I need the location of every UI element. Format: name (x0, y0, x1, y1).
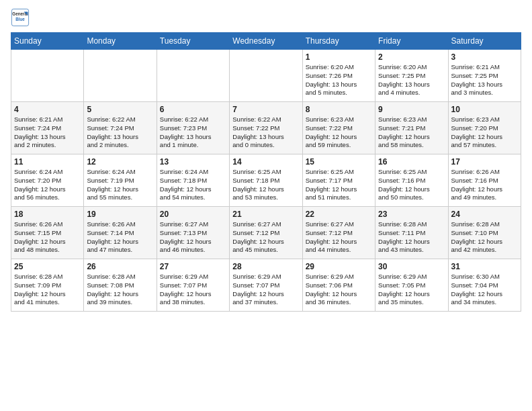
day-info: Sunrise: 6:23 AM Sunset: 7:21 PM Dayligh… (378, 116, 445, 150)
day-info: Sunrise: 6:28 AM Sunset: 7:09 PM Dayligh… (14, 273, 81, 307)
day-number: 10 (451, 105, 518, 114)
calendar-cell: 13Sunrise: 6:24 AM Sunset: 7:18 PM Dayli… (157, 154, 229, 207)
day-number: 29 (306, 262, 372, 271)
calendar-cell: 3Sunrise: 6:21 AM Sunset: 7:25 PM Daylig… (448, 50, 521, 102)
day-number: 2 (378, 52, 445, 62)
calendar-cell: 15Sunrise: 6:25 AM Sunset: 7:17 PM Dayli… (302, 154, 375, 207)
calendar-cell: 16Sunrise: 6:25 AM Sunset: 7:16 PM Dayli… (375, 154, 448, 207)
day-info: Sunrise: 6:27 AM Sunset: 7:13 PM Dayligh… (160, 220, 226, 255)
day-info: Sunrise: 6:21 AM Sunset: 7:24 PM Dayligh… (14, 116, 81, 150)
day-number: 28 (232, 262, 299, 271)
day-number: 16 (378, 157, 445, 167)
day-info: Sunrise: 6:25 AM Sunset: 7:18 PM Dayligh… (232, 168, 299, 202)
day-number: 8 (306, 105, 372, 114)
day-info: Sunrise: 6:30 AM Sunset: 7:04 PM Dayligh… (451, 273, 518, 307)
calendar-cell: 20Sunrise: 6:27 AM Sunset: 7:13 PM Dayli… (157, 207, 229, 259)
logo-icon: General Blue (11, 8, 30, 27)
day-number: 11 (14, 157, 81, 167)
day-number: 9 (378, 105, 445, 114)
calendar-week-4: 18Sunrise: 6:26 AM Sunset: 7:15 PM Dayli… (11, 207, 521, 259)
day-info: Sunrise: 6:20 AM Sunset: 7:26 PM Dayligh… (306, 63, 372, 97)
day-info: Sunrise: 6:23 AM Sunset: 7:20 PM Dayligh… (451, 116, 518, 150)
calendar-cell: 2Sunrise: 6:20 AM Sunset: 7:25 PM Daylig… (375, 50, 448, 102)
day-number: 15 (306, 157, 372, 167)
day-info: Sunrise: 6:26 AM Sunset: 7:16 PM Dayligh… (451, 168, 518, 202)
day-info: Sunrise: 6:27 AM Sunset: 7:12 PM Dayligh… (232, 220, 299, 255)
col-header-sunday: Sunday (11, 33, 84, 50)
calendar-week-2: 4Sunrise: 6:21 AM Sunset: 7:24 PM Daylig… (11, 102, 521, 154)
day-info: Sunrise: 6:29 AM Sunset: 7:06 PM Dayligh… (306, 273, 372, 307)
logo: General Blue (11, 8, 30, 27)
day-number: 27 (160, 262, 226, 271)
calendar-cell: 27Sunrise: 6:29 AM Sunset: 7:07 PM Dayli… (157, 259, 229, 312)
day-info: Sunrise: 6:25 AM Sunset: 7:17 PM Dayligh… (306, 168, 372, 202)
col-header-friday: Friday (375, 33, 448, 50)
calendar-cell (11, 50, 84, 102)
calendar-cell: 26Sunrise: 6:28 AM Sunset: 7:08 PM Dayli… (84, 259, 157, 312)
day-info: Sunrise: 6:29 AM Sunset: 7:05 PM Dayligh… (378, 273, 445, 307)
calendar-cell: 1Sunrise: 6:20 AM Sunset: 7:26 PM Daylig… (302, 50, 375, 102)
day-number: 14 (232, 157, 299, 167)
calendar-cell: 4Sunrise: 6:21 AM Sunset: 7:24 PM Daylig… (11, 102, 84, 154)
day-number: 22 (306, 210, 372, 219)
col-header-wednesday: Wednesday (230, 33, 302, 50)
col-header-monday: Monday (84, 33, 157, 50)
day-info: Sunrise: 6:28 AM Sunset: 7:10 PM Dayligh… (451, 220, 518, 255)
day-number: 12 (87, 157, 153, 167)
calendar-cell: 19Sunrise: 6:26 AM Sunset: 7:14 PM Dayli… (84, 207, 157, 259)
svg-text:Blue: Blue (15, 17, 25, 21)
calendar-cell: 8Sunrise: 6:23 AM Sunset: 7:22 PM Daylig… (302, 102, 375, 154)
day-number: 4 (14, 105, 81, 114)
day-info: Sunrise: 6:22 AM Sunset: 7:23 PM Dayligh… (160, 116, 226, 150)
day-number: 26 (87, 262, 153, 271)
calendar-cell (84, 50, 157, 102)
calendar-cell (157, 50, 229, 102)
calendar-cell: 21Sunrise: 6:27 AM Sunset: 7:12 PM Dayli… (230, 207, 302, 259)
day-number: 17 (451, 157, 518, 167)
day-number: 25 (14, 262, 81, 271)
calendar-week-1: 1Sunrise: 6:20 AM Sunset: 7:26 PM Daylig… (11, 50, 521, 102)
calendar-cell: 25Sunrise: 6:28 AM Sunset: 7:09 PM Dayli… (11, 259, 84, 312)
calendar-cell: 14Sunrise: 6:25 AM Sunset: 7:18 PM Dayli… (230, 154, 302, 207)
calendar-cell: 11Sunrise: 6:24 AM Sunset: 7:20 PM Dayli… (11, 154, 84, 207)
day-number: 31 (451, 262, 518, 271)
day-number: 23 (378, 210, 445, 219)
day-info: Sunrise: 6:22 AM Sunset: 7:24 PM Dayligh… (87, 116, 153, 150)
day-number: 24 (451, 210, 518, 219)
day-number: 5 (87, 105, 153, 114)
calendar-cell: 18Sunrise: 6:26 AM Sunset: 7:15 PM Dayli… (11, 207, 84, 259)
calendar-cell: 28Sunrise: 6:29 AM Sunset: 7:07 PM Dayli… (230, 259, 302, 312)
day-info: Sunrise: 6:20 AM Sunset: 7:25 PM Dayligh… (378, 63, 445, 97)
page: General Blue SundayMondayTuesdayWednesda… (0, 0, 532, 411)
calendar-week-5: 25Sunrise: 6:28 AM Sunset: 7:09 PM Dayli… (11, 259, 521, 312)
calendar-cell: 29Sunrise: 6:29 AM Sunset: 7:06 PM Dayli… (302, 259, 375, 312)
calendar-cell: 17Sunrise: 6:26 AM Sunset: 7:16 PM Dayli… (448, 154, 521, 207)
day-number: 19 (87, 210, 153, 219)
calendar-cell: 6Sunrise: 6:22 AM Sunset: 7:23 PM Daylig… (157, 102, 229, 154)
day-info: Sunrise: 6:29 AM Sunset: 7:07 PM Dayligh… (160, 273, 226, 307)
day-info: Sunrise: 6:24 AM Sunset: 7:19 PM Dayligh… (87, 168, 153, 202)
day-info: Sunrise: 6:27 AM Sunset: 7:12 PM Dayligh… (306, 220, 372, 255)
header: General Blue (11, 8, 521, 27)
calendar-header-row: SundayMondayTuesdayWednesdayThursdayFrid… (11, 33, 521, 50)
calendar-cell: 30Sunrise: 6:29 AM Sunset: 7:05 PM Dayli… (375, 259, 448, 312)
day-number: 18 (14, 210, 81, 219)
calendar-cell: 23Sunrise: 6:28 AM Sunset: 7:11 PM Dayli… (375, 207, 448, 259)
day-number: 30 (378, 262, 445, 271)
calendar-cell: 12Sunrise: 6:24 AM Sunset: 7:19 PM Dayli… (84, 154, 157, 207)
day-info: Sunrise: 6:23 AM Sunset: 7:22 PM Dayligh… (306, 116, 372, 150)
calendar-cell: 24Sunrise: 6:28 AM Sunset: 7:10 PM Dayli… (448, 207, 521, 259)
calendar-cell: 22Sunrise: 6:27 AM Sunset: 7:12 PM Dayli… (302, 207, 375, 259)
calendar-cell: 7Sunrise: 6:22 AM Sunset: 7:22 PM Daylig… (230, 102, 302, 154)
day-number: 7 (232, 105, 299, 114)
calendar-cell: 9Sunrise: 6:23 AM Sunset: 7:21 PM Daylig… (375, 102, 448, 154)
col-header-thursday: Thursday (302, 33, 375, 50)
day-number: 6 (160, 105, 226, 114)
calendar-table: SundayMondayTuesdayWednesdayThursdayFrid… (11, 32, 521, 312)
calendar-cell: 5Sunrise: 6:22 AM Sunset: 7:24 PM Daylig… (84, 102, 157, 154)
calendar-cell: 31Sunrise: 6:30 AM Sunset: 7:04 PM Dayli… (448, 259, 521, 312)
day-info: Sunrise: 6:22 AM Sunset: 7:22 PM Dayligh… (232, 116, 299, 150)
day-info: Sunrise: 6:28 AM Sunset: 7:11 PM Dayligh… (378, 220, 445, 255)
calendar-cell: 10Sunrise: 6:23 AM Sunset: 7:20 PM Dayli… (448, 102, 521, 154)
day-info: Sunrise: 6:24 AM Sunset: 7:18 PM Dayligh… (160, 168, 226, 202)
